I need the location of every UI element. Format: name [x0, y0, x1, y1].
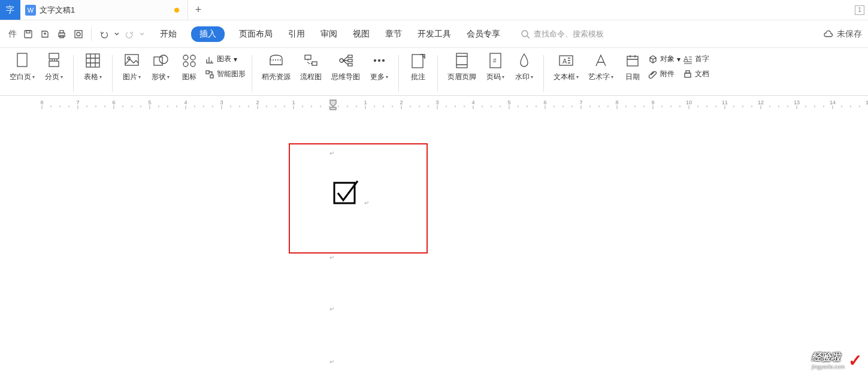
undo-button[interactable] [96, 26, 112, 42]
svg-rect-39 [685, 73, 691, 77]
wordart-icon [593, 52, 609, 70]
svg-point-7 [522, 31, 528, 37]
svg-rect-31 [412, 55, 423, 68]
window-count-badge[interactable]: 1 [855, 5, 864, 15]
cmd-attachment[interactable]: 附件 [648, 69, 681, 79]
ruler-number: 1 [292, 99, 295, 105]
dropcap-icon: A [683, 55, 692, 64]
tab-view[interactable]: 视图 [352, 26, 371, 42]
cmd-wordart[interactable]: 艺术字▾ [585, 52, 617, 95]
cmd-blankpage[interactable]: 空白页▾ [6, 52, 38, 95]
ruler-number: 9 [651, 99, 654, 105]
tab-start[interactable]: 开始 [159, 26, 178, 42]
paragraph-mark-icon: ↵ [364, 200, 369, 206]
cmd-pagenum[interactable]: # 页码▾ [482, 52, 509, 95]
cmd-right-group: 对象▾ 附件 [648, 52, 681, 95]
cmd-right-group2: A首字 文档 [683, 52, 709, 95]
svg-rect-1 [26, 31, 30, 33]
cmd-mindmap[interactable]: 思维导图 [328, 52, 364, 95]
date-icon [625, 52, 640, 70]
svg-point-15 [159, 55, 168, 64]
more-icon [372, 52, 386, 70]
tab-pagelayout[interactable]: 页面布局 [238, 26, 274, 42]
ruler-number: 6 [543, 99, 546, 105]
cmd-flowchart[interactable]: 流程图 [297, 52, 325, 95]
cmd-table[interactable]: 表格▾ [80, 52, 106, 95]
ruler-number: 4 [471, 99, 474, 105]
tab-devtools[interactable]: 开发工具 [416, 26, 452, 42]
cmd-shapes[interactable]: 形状▾ [147, 52, 174, 95]
ruler-number: 8 [40, 99, 43, 105]
tab-chapter[interactable]: 章节 [384, 26, 403, 42]
cmd-object[interactable]: 对象▾ [648, 54, 681, 64]
print-icon[interactable] [54, 26, 69, 42]
cmd-picture[interactable]: 图片▾ [119, 52, 145, 95]
redo-button[interactable] [122, 26, 137, 42]
separator [73, 55, 74, 92]
separator [543, 55, 544, 92]
paragraph-mark-icon: ↵ [329, 306, 334, 312]
svg-rect-37 [627, 56, 638, 66]
undo-dropdown[interactable] [113, 26, 120, 42]
attachment-icon [648, 70, 658, 79]
table-icon [85, 52, 101, 70]
svg-point-17 [190, 55, 195, 60]
paragraph-mark-icon: ↵ [329, 150, 334, 156]
file-menu-button[interactable]: 件 [6, 26, 19, 42]
menu-tabs: 开始 插入 页面布局 引用 审阅 视图 章节 开发工具 会员专享 [159, 26, 501, 42]
export-icon[interactable] [37, 26, 53, 42]
cmd-docer[interactable]: 稻壳资源 [258, 52, 294, 95]
cmd-headerfooter[interactable]: 页眉页脚 [444, 52, 480, 95]
app-home-button[interactable]: 字 [0, 0, 20, 20]
ruler-number: 11 [722, 99, 728, 105]
document-canvas[interactable]: ↵ ↵ ↵ ↵ ↵ 经验啦 jingyanla.com ✓ [0, 113, 868, 374]
redo-dropdown[interactable] [138, 26, 146, 42]
tab-vip[interactable]: 会员专享 [465, 26, 501, 42]
svg-point-16 [183, 55, 188, 60]
tab-references[interactable]: 引用 [287, 26, 306, 42]
horizontal-ruler[interactable]: 87654321123456789101112131415 [0, 96, 868, 113]
mindmap-icon [337, 52, 354, 70]
separator [398, 55, 399, 92]
quick-access-row: 件 开始 插入 页面布局 引用 审阅 视图 章节 开发工具 会员专享 查找命令、… [0, 20, 868, 48]
tab-review[interactable]: 审阅 [319, 26, 338, 42]
save-icon[interactable] [20, 26, 36, 42]
cmd-chart-group: 图表▾ 智能图形 [205, 52, 246, 95]
tabbar-right: 1 [855, 0, 868, 20]
cmd-date[interactable]: 日期 [619, 52, 646, 95]
watermark-sub: jingyanla.com [812, 364, 845, 370]
cmd-chart[interactable]: 图表▾ [205, 54, 246, 64]
cmd-more[interactable]: 更多▾ [366, 52, 392, 95]
document-title: 文字文稿1 [40, 5, 75, 16]
watermark-logo: 经验啦 jingyanla.com ✓ [812, 351, 862, 370]
cmd-watermark[interactable]: 水印▾ [511, 52, 537, 95]
cmd-icons[interactable]: 图标 [176, 52, 202, 95]
separator [252, 55, 252, 92]
cmd-textbox[interactable]: A 文本框▾ [550, 52, 582, 95]
cmd-dropcap[interactable]: A首字 [683, 54, 709, 64]
document-tab[interactable]: W 文字文稿1 [20, 0, 188, 20]
svg-rect-138 [334, 183, 355, 203]
svg-point-19 [190, 62, 195, 67]
svg-rect-14 [154, 57, 162, 65]
ruler-number: 14 [830, 99, 836, 105]
save-status[interactable]: 未保存 [822, 29, 862, 40]
ruler-number: 6 [112, 99, 115, 105]
cmd-pagebreak[interactable]: 分页▾ [41, 52, 67, 95]
separator [437, 55, 438, 92]
command-search[interactable]: 查找命令、搜索模板 [521, 29, 604, 40]
cloud-icon [822, 29, 833, 40]
tab-insert[interactable]: 插入 [191, 26, 225, 42]
object-icon [648, 55, 658, 64]
cmd-doc[interactable]: 文档 [683, 69, 709, 79]
unsaved-dot-icon [174, 8, 179, 13]
ruler-number: 7 [579, 99, 582, 105]
svg-point-13 [128, 57, 130, 59]
pagenum-icon: # [488, 52, 503, 70]
cmd-smartart[interactable]: 智能图形 [205, 69, 246, 79]
print-preview-icon[interactable] [71, 26, 86, 42]
svg-text:#: # [493, 58, 497, 64]
new-tab-button[interactable]: + [188, 0, 208, 20]
cmd-comment[interactable]: 批注 [405, 52, 431, 95]
svg-rect-32 [456, 53, 467, 68]
